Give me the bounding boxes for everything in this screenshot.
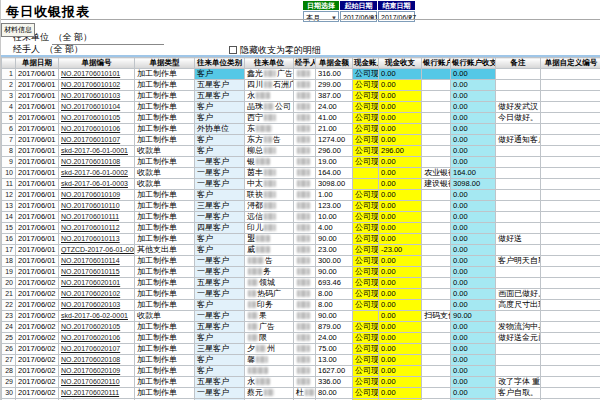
doc-type-cell: 加工制作单 xyxy=(135,278,195,289)
col-header-doc-type[interactable]: 单据类型 xyxy=(135,58,195,69)
doc-no-link[interactable]: skd-2017-06-01-0003 xyxy=(61,180,128,187)
col-header-cash-inout[interactable]: 现金收支 xyxy=(379,58,422,69)
col-header-handler[interactable]: 经手人 xyxy=(294,58,316,69)
table-row[interactable]: 17 2017/06/01 QTZCD-2017-06-01-0001 其他支出… xyxy=(2,245,600,256)
custom-no-cell xyxy=(541,311,600,322)
doc-no-link[interactable]: NO.201706010104 xyxy=(61,103,120,110)
doc-no-link[interactable]: NO.201706020107 xyxy=(61,345,120,352)
col-header-amount[interactable]: 单据金额 xyxy=(316,58,353,69)
table-row[interactable]: 13 2017/06/01 NO.201706010110 加工制作单 三星客户… xyxy=(2,201,600,212)
table-row[interactable]: 20 2017/06/02 NO.201706020101 加工制作单 五星客户… xyxy=(2,278,600,289)
bank-inout-cell: 0.00 xyxy=(451,377,496,388)
table-row[interactable]: 25 2017/06/02 NO.201706020106 加工制作单 客户 限… xyxy=(2,333,600,344)
table-row[interactable]: 16 2017/06/01 NO.201706010113 加工制作单 客户 盟… xyxy=(2,234,600,245)
doc-type-cell: 加工制作单 xyxy=(135,300,195,311)
doc-no-link[interactable]: NO.201706010108 xyxy=(61,158,120,165)
doc-no-cell: QTZCD-2017-06-01-0001 xyxy=(59,245,135,256)
handler-cell xyxy=(294,80,316,91)
doc-no-link[interactable]: NO.201706010113 xyxy=(61,235,120,242)
row-index-cell: 21 xyxy=(2,289,16,300)
doc-no-link[interactable]: NO.201706020102 xyxy=(61,290,120,297)
doc-no-link[interactable]: skd-2017-06-01-0002 xyxy=(61,169,128,176)
start-date-dropdown[interactable]: 2017/06/01▼ xyxy=(340,11,377,22)
col-header-cash-account[interactable]: 现金账户 xyxy=(353,58,379,69)
amount-cell: 123.00 xyxy=(316,201,353,212)
category-cell: 客户 xyxy=(195,333,245,344)
table-row[interactable]: 24 2017/06/02 NO.201706020105 加工制作单 五星客户… xyxy=(2,322,600,333)
table-row[interactable]: 6 2017/06/01 NO.201706010106 加工制作单 外协单位 … xyxy=(2,124,600,135)
col-header-bank-account[interactable]: 银行账户 xyxy=(422,58,451,69)
table-row[interactable]: 15 2017/06/01 NO.201706010112 加工制作单 四星客户… xyxy=(2,223,600,234)
custom-no-cell xyxy=(541,245,600,256)
table-row[interactable]: 10 2017/06/01 skd-2017-06-01-0002 收款单 一星… xyxy=(2,168,600,179)
doc-no-link[interactable]: NO.201706010105 xyxy=(61,114,120,121)
doc-no-link[interactable]: NO.201706020111 xyxy=(61,389,119,396)
doc-no-link[interactable]: NO.201706010112 xyxy=(61,224,120,231)
doc-no-link[interactable]: NO.201706010114 xyxy=(61,257,120,264)
doc-no-link[interactable]: NO.201706020109 xyxy=(61,367,120,374)
table-row[interactable]: 4 2017/06/01 NO.201706010104 加工制作单 客户 晶珠… xyxy=(2,102,600,113)
customer-cell: 热码广 xyxy=(245,289,294,300)
table-row[interactable]: 3 2017/06/01 NO.201706010103 加工制作单 五星客户 … xyxy=(2,91,600,102)
table-row[interactable]: 19 2017/06/01 NO.201706010115 加工制作单 一星客户… xyxy=(2,267,600,278)
table-row[interactable]: 18 2017/06/01 NO.201706010114 加工制作单 一星客户… xyxy=(2,256,600,267)
doc-no-link[interactable]: NO.201706010103 xyxy=(61,92,120,99)
doc-no-link[interactable]: NO.201706020105 xyxy=(61,323,120,330)
table-row[interactable]: 27 2017/06/02 NO.201706020108 加工制作单 客户 馨… xyxy=(2,355,600,366)
table-row[interactable]: 14 2017/06/01 NO.201706010111 加工制作单 一星客户… xyxy=(2,212,600,223)
doc-no-link[interactable]: NO.201706020108 xyxy=(61,356,120,363)
doc-no-link[interactable]: NO.201706020103 xyxy=(61,301,120,308)
cash-inout-cell: 0.00 xyxy=(379,300,422,311)
doc-no-link[interactable]: QTZCD-2017-06-01-0001 xyxy=(61,246,135,253)
col-header-remark[interactable]: 备注 xyxy=(496,58,541,69)
doc-no-link[interactable]: NO.201706010106 xyxy=(61,125,120,132)
table-row[interactable]: 22 2017/06/02 NO.201706020103 加工制作单 客户 印… xyxy=(2,300,600,311)
doc-no-link[interactable]: NO.201706010101 xyxy=(61,70,120,77)
table-row[interactable]: 5 2017/06/01 NO.201706010105 加工制作单 客户 西宁… xyxy=(2,113,600,124)
doc-no-link[interactable]: skd-2017-06-02-0001 xyxy=(61,312,128,319)
table-row[interactable]: 11 2017/06/01 skd-2017-06-01-0003 收款单 一星… xyxy=(2,179,600,190)
doc-no-link[interactable]: NO.201706010111 xyxy=(61,213,119,220)
table-row[interactable]: 26 2017/06/02 NO.201706020107 加工制作单 三星客户… xyxy=(2,344,600,355)
col-header-index[interactable] xyxy=(2,58,16,69)
table-row[interactable]: 7 2017/06/01 NO.201706010107 加工制作单 客户 东方… xyxy=(2,135,600,146)
doc-no-link[interactable]: NO.201706020110 xyxy=(61,378,120,385)
table-row[interactable]: 9 2017/06/01 NO.201706010108 加工制作单 一星客户 … xyxy=(2,157,600,168)
col-header-customer[interactable]: 往来单位 xyxy=(245,58,294,69)
doc-no-link[interactable]: NO.201706020101 xyxy=(61,279,120,286)
doc-no-link[interactable]: skd-2017-06-01-0001 xyxy=(61,147,128,154)
row-index-cell: 16 xyxy=(2,234,16,245)
col-header-bank-inout[interactable]: 银行账户收支 xyxy=(451,58,496,69)
censored-text xyxy=(264,213,276,220)
table-row[interactable]: 29 2017/06/02 NO.201706020110 加工制作单 五星客户… xyxy=(2,377,600,388)
handler-cell xyxy=(294,289,316,300)
censored-text xyxy=(297,356,310,363)
col-header-date[interactable]: 单据日期 xyxy=(16,58,59,69)
table-row[interactable]: 28 2017/06/02 NO.201706020109 加工制作单 客户 1… xyxy=(2,366,600,377)
end-date-dropdown[interactable]: 2017/06/27▼ xyxy=(378,11,415,22)
cash-inout-cell: 0.00 xyxy=(379,322,422,333)
date-range-dropdown[interactable]: 本月▼ xyxy=(303,11,339,22)
doc-no-link[interactable]: NO.201706010107 xyxy=(61,136,120,143)
hide-zero-checkbox[interactable] xyxy=(229,46,237,54)
amount-cell: 4.00 xyxy=(316,223,353,234)
customer-cell: 印务 xyxy=(245,300,294,311)
col-header-category[interactable]: 往来单位类别 xyxy=(195,58,245,69)
table-row[interactable]: 2 2017/06/01 NO.201706010102 加工制作单 五星客户 … xyxy=(2,80,600,91)
doc-no-link[interactable]: NO.201706010115 xyxy=(61,268,120,275)
col-header-doc-no[interactable]: 单据编号 xyxy=(59,58,135,69)
doc-no-link[interactable]: NO.201706010109 xyxy=(61,191,120,198)
amount-cell: 1.00 xyxy=(316,190,353,201)
table-row[interactable]: 23 2017/06/02 skd-2017-06-02-0001 收款单 一星… xyxy=(2,311,600,322)
doc-no-link[interactable]: NO.201706020106 xyxy=(61,334,120,341)
table-row[interactable]: 1 2017/06/01 NO.201706010101 加工制作单 客户 鑫光… xyxy=(2,69,600,80)
table-row[interactable]: 30 2017/06/02 NO.201706020111 加工制作单 一星客户… xyxy=(2,388,600,399)
table-row[interactable]: 12 2017/06/01 NO.201706010109 加工制作单 客户 联… xyxy=(2,190,600,201)
table-row[interactable]: 8 2017/06/01 skd-2017-06-01-0001 收款单 客户 … xyxy=(2,146,600,157)
doc-date-cell: 2017/06/01 xyxy=(16,212,59,223)
col-header-custom-no[interactable]: 单据自定义编号 xyxy=(541,58,600,69)
remark-cell xyxy=(496,179,541,190)
table-row[interactable]: 21 2017/06/02 NO.201706020102 加工制作单 一星客户… xyxy=(2,289,600,300)
doc-no-link[interactable]: NO.201706010102 xyxy=(61,81,120,88)
doc-no-link[interactable]: NO.201706010110 xyxy=(61,202,120,209)
